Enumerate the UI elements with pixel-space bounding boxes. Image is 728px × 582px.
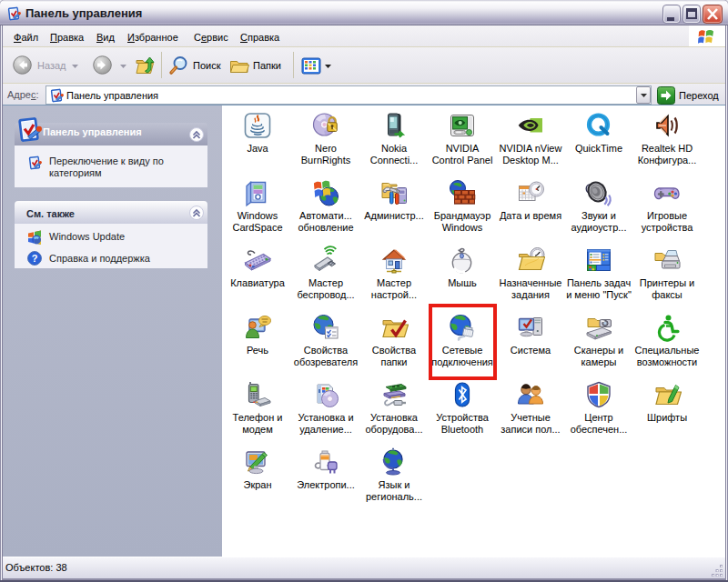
svg-text:?: ? [32, 253, 38, 264]
